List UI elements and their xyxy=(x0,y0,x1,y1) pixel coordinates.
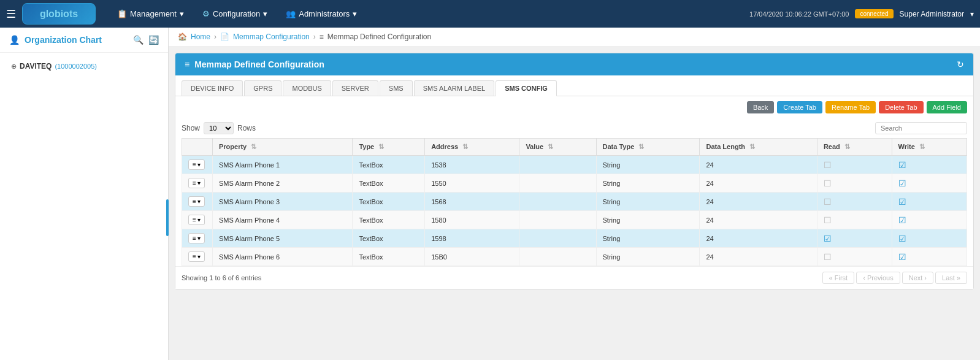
row-property: SMS Alarm Phone 2 xyxy=(213,174,353,193)
row-menu-button[interactable]: ≡ ▾ xyxy=(188,215,205,225)
row-menu-button[interactable]: ≡ ▾ xyxy=(188,178,205,188)
menu-icon: ≡ xyxy=(193,235,196,242)
row-write: ☑ xyxy=(892,193,967,211)
breadcrumb: 🏠 Home › 📄 Memmap Configuration › ≡ Memm… xyxy=(169,28,980,47)
row-action-cell: ≡ ▾ xyxy=(182,174,213,193)
col-write[interactable]: Write ⇅ xyxy=(892,139,967,156)
row-data-type: String xyxy=(596,156,700,174)
row-data-length: 24 xyxy=(700,248,817,266)
row-type: TextBox xyxy=(353,156,425,174)
rename-tab-button[interactable]: Rename Tab xyxy=(825,101,876,113)
col-data-length[interactable]: Data Length ⇅ xyxy=(700,139,817,156)
row-data-length: 24 xyxy=(700,174,817,193)
row-action-cell: ≡ ▾ xyxy=(182,193,213,211)
nav-administrators[interactable]: 👥 Administrators ▾ xyxy=(277,0,366,28)
menu-icon: ≡ xyxy=(193,180,196,186)
row-type: TextBox xyxy=(353,248,425,266)
table-controls: Show 10 25 50 100 Rows xyxy=(175,118,973,138)
breadcrumb-memmap-config[interactable]: Memmap Configuration xyxy=(233,33,310,41)
row-address: 1580 xyxy=(425,211,519,229)
read-checkbox[interactable]: ☑ xyxy=(824,234,832,243)
col-address[interactable]: Address ⇅ xyxy=(425,139,519,156)
write-checkbox[interactable]: ☑ xyxy=(898,178,906,188)
row-read: ☐ xyxy=(817,156,892,174)
sidebar-search-button[interactable]: 🔍 xyxy=(133,35,144,45)
company-name: DAVITEQ xyxy=(20,62,52,71)
col-property[interactable]: Property ⇅ xyxy=(213,139,353,156)
sidebar-refresh-button[interactable]: 🔄 xyxy=(148,35,159,45)
search-input[interactable] xyxy=(875,122,967,134)
read-checkbox: ☐ xyxy=(824,160,832,170)
write-checkbox[interactable]: ☑ xyxy=(898,234,906,243)
row-menu-button[interactable]: ≡ ▾ xyxy=(188,251,205,262)
col-read[interactable]: Read ⇅ xyxy=(817,139,892,156)
row-read: ☐ xyxy=(817,248,892,266)
row-address: 1550 xyxy=(425,174,519,193)
dropdown-arrow: ▾ xyxy=(197,161,201,168)
write-checkbox[interactable]: ☑ xyxy=(898,197,906,207)
last-page-button[interactable]: Last » xyxy=(935,272,967,284)
home-icon: 🏠 xyxy=(178,33,187,41)
sidebar-title-text: Organization Chart xyxy=(25,35,102,45)
previous-page-button[interactable]: ‹ Previous xyxy=(856,272,900,284)
toolbar-row: Back Create Tab Rename Tab Delete Tab Ad… xyxy=(175,96,973,118)
back-button[interactable]: Back xyxy=(747,101,774,113)
rows-per-page-select[interactable]: 10 25 50 100 xyxy=(204,122,234,134)
col-type[interactable]: Type ⇅ xyxy=(353,139,425,156)
tab-sms-alarm-label[interactable]: SMS ALARM LABEL xyxy=(414,80,495,96)
user-chevron-icon: ▾ xyxy=(970,10,974,18)
row-data-type: String xyxy=(596,229,700,248)
write-checkbox[interactable]: ☑ xyxy=(898,160,906,170)
row-action-cell: ≡ ▾ xyxy=(182,211,213,229)
dropdown-arrow: ▾ xyxy=(197,198,201,205)
delete-tab-button[interactable]: Delete Tab xyxy=(879,101,923,113)
tab-device-info[interactable]: DEVICE INFO xyxy=(182,80,243,96)
panel-refresh-button[interactable]: ↻ xyxy=(957,59,964,69)
first-page-button[interactable]: « First xyxy=(822,272,855,284)
row-value xyxy=(519,248,596,266)
breadcrumb-home[interactable]: Home xyxy=(191,33,210,41)
tree-item-daviteq[interactable]: ⊕ DAVITEQ (1000002005) xyxy=(6,59,162,74)
nav-configuration-label: Configuration xyxy=(213,9,260,18)
dropdown-arrow: ▾ xyxy=(197,216,201,223)
write-checkbox[interactable]: ☑ xyxy=(898,252,906,262)
row-data-type: String xyxy=(596,174,700,193)
row-menu-button[interactable]: ≡ ▾ xyxy=(188,196,205,207)
col-value[interactable]: Value ⇅ xyxy=(519,139,596,156)
tab-sms[interactable]: SMS xyxy=(380,80,413,96)
tab-server[interactable]: SERVER xyxy=(332,80,378,96)
tab-gprs[interactable]: GPRS xyxy=(244,80,281,96)
configuration-icon: ⚙ xyxy=(202,9,210,18)
add-field-button[interactable]: Add Field xyxy=(927,101,967,113)
tab-sms-config[interactable]: SMS CONFIG xyxy=(496,80,557,96)
dropdown-arrow: ▾ xyxy=(197,235,201,242)
nav-administrators-label: Administrators xyxy=(299,9,350,18)
tabs-row: DEVICE INFO GPRS MODBUS SERVER SMS SMS A… xyxy=(175,75,973,96)
write-checkbox[interactable]: ☑ xyxy=(898,215,906,225)
datetime-display: 17/04/2020 10:06:22 GMT+07:00 xyxy=(749,10,849,18)
table-row: ≡ ▾ SMS Alarm Phone 3 TextBox 1568 Strin… xyxy=(182,193,967,211)
read-checkbox: ☐ xyxy=(824,178,832,188)
panel-title: ≡ Memmap Defined Configuration xyxy=(185,59,324,69)
dropdown-arrow: ▾ xyxy=(197,253,201,260)
sidebar-actions: 🔍 🔄 xyxy=(133,35,159,45)
row-property: SMS Alarm Phone 5 xyxy=(213,229,353,248)
user-display: Super Administrator xyxy=(900,10,964,18)
panel-title-icon: ≡ xyxy=(185,59,189,69)
content-area: 🏠 Home › 📄 Memmap Configuration › ≡ Memm… xyxy=(169,28,980,360)
row-read: ☐ xyxy=(817,193,892,211)
row-menu-button[interactable]: ≡ ▾ xyxy=(188,159,205,170)
hamburger-button[interactable]: ☰ xyxy=(6,7,16,21)
create-tab-button[interactable]: Create Tab xyxy=(777,101,822,113)
row-action-cell: ≡ ▾ xyxy=(182,229,213,248)
nav-management[interactable]: 📋 Management ▾ xyxy=(108,0,193,28)
row-data-type: String xyxy=(596,211,700,229)
memmap-config-icon: 📄 xyxy=(220,33,229,41)
next-page-button[interactable]: Next › xyxy=(902,272,933,284)
row-address: 1538 xyxy=(425,156,519,174)
col-data-type[interactable]: Data Type ⇅ xyxy=(596,139,700,156)
menu-icon: ≡ xyxy=(193,161,196,168)
tab-modbus[interactable]: MODBUS xyxy=(283,80,331,96)
nav-configuration[interactable]: ⚙ Configuration ▾ xyxy=(193,0,277,28)
row-menu-button[interactable]: ≡ ▾ xyxy=(188,233,205,243)
